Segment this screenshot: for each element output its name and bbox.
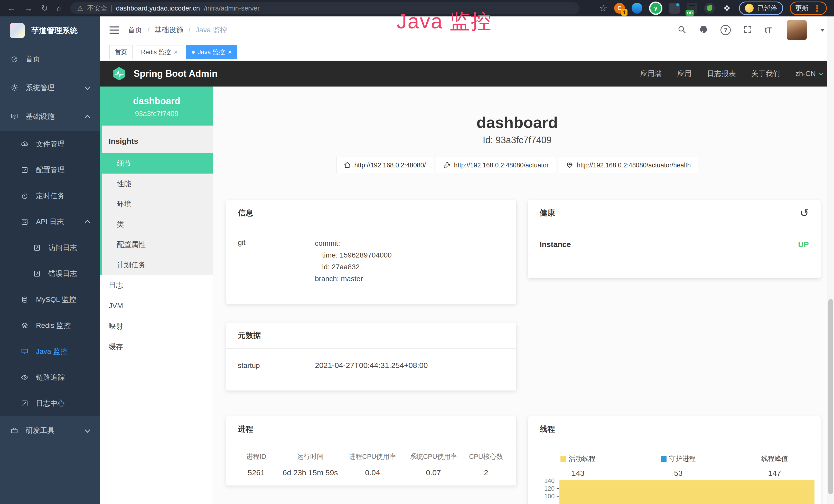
sba-menu-logs[interactable]: 日志 xyxy=(100,275,213,296)
sidebar-item-mysql[interactable]: MySQL 监控 xyxy=(0,287,100,313)
tab-redis-monitor[interactable]: Redis 监控 xyxy=(136,45,183,59)
legend-swatch-yellow-icon xyxy=(561,456,566,462)
legend-label: 守护进程 xyxy=(669,454,696,463)
sidebar-item-java-monitor[interactable]: Java 监控 xyxy=(0,338,100,364)
health-card: 健康 Instance UP xyxy=(528,200,821,278)
sba-menu-environment[interactable]: 环境 xyxy=(102,194,213,214)
insights-section-title: Insights xyxy=(102,125,213,153)
metadata-card-body: startup 2021-04-27T00:44:31.254+08:00 xyxy=(226,349,516,379)
info-card-header: 信息 xyxy=(226,200,516,226)
git-commit-line: commit: xyxy=(315,237,504,249)
extension-colorzilla-icon[interactable]: C1 xyxy=(614,3,625,14)
service-url-button[interactable]: http://192.168.0.2:48080/ xyxy=(336,157,433,173)
sba-brand-title[interactable]: Spring Boot Admin xyxy=(134,68,218,79)
sidebar-item-log-center[interactable]: 日志中心 xyxy=(0,390,100,416)
tab-java-monitor[interactable]: Java 监控 xyxy=(186,45,237,59)
extension-grid-icon[interactable] xyxy=(669,3,680,14)
sba-menu-config-props[interactable]: 配置属性 xyxy=(102,234,213,255)
sba-menu-jvm[interactable]: JVM xyxy=(100,296,213,316)
sidebar-item-api-log[interactable]: API 日志 xyxy=(0,209,100,235)
close-icon[interactable] xyxy=(174,48,178,56)
info-card: 信息 git commit: time: 1596289704000 id: 2… xyxy=(226,200,516,304)
extension-green-y-icon[interactable]: y xyxy=(649,2,662,15)
sba-menu-mappings[interactable]: 映射 xyxy=(100,316,213,337)
y-tick: 120 xyxy=(544,485,554,492)
column-header: 系统CPU使用率 xyxy=(404,452,462,461)
extensions-puzzle-icon[interactable] xyxy=(722,3,732,14)
sba-menu-details[interactable]: 细节 xyxy=(100,153,213,174)
sidebar-item-dev-tools[interactable]: 研发工具 xyxy=(0,416,100,445)
chevron-up-icon xyxy=(85,115,90,120)
sba-nav-journal[interactable]: 日志报表 xyxy=(707,69,736,78)
sidebar-item-config[interactable]: 配置管理 xyxy=(0,157,100,183)
sba-menu-metrics[interactable]: 性能 xyxy=(102,174,213,194)
page-subtitle: Id: 93a3fc7f7409 xyxy=(213,135,821,145)
spring-boot-admin-logo-icon[interactable] xyxy=(111,66,127,82)
update-chip[interactable]: 更新 xyxy=(790,2,827,15)
metadata-card-header: 元数据 xyxy=(226,322,516,349)
health-url-button[interactable]: http://192.168.0.2:48080/actuator/health xyxy=(559,157,698,173)
y-axis-labels: 140 120 100 xyxy=(539,477,559,504)
sidebar-item-system[interactable]: 系统管理 xyxy=(0,73,100,102)
close-icon[interactable] xyxy=(228,48,232,56)
sidebar-item-access-log[interactable]: 访问日志 xyxy=(0,235,100,260)
bookmark-star-icon[interactable] xyxy=(599,3,608,14)
address-bar[interactable]: 不安全 dashboard.yudao.iocoder.cn/infra/adm… xyxy=(70,2,579,14)
browser-menu-icon[interactable] xyxy=(813,3,821,13)
sidebar-item-home[interactable]: 首页 xyxy=(0,45,100,73)
sba-nav-about[interactable]: 关于我们 xyxy=(751,69,780,78)
sba-menu-classes[interactable]: 类 xyxy=(102,214,213,234)
extension-switch-icon[interactable]: on xyxy=(686,3,697,14)
sba-nav-wallboard[interactable]: 应用墙 xyxy=(640,69,662,78)
sidebar-item-redis[interactable]: Redis 监控 xyxy=(0,313,100,338)
breadcrumb-home[interactable]: 首页 xyxy=(128,25,142,35)
fullscreen-icon[interactable] xyxy=(743,25,752,35)
table-row: startup 2021-04-27T00:44:31.254+08:00 xyxy=(238,361,504,379)
heartbeat-icon xyxy=(566,161,573,169)
tab-home[interactable]: 首页 xyxy=(109,45,133,59)
help-icon[interactable] xyxy=(721,25,731,35)
search-icon[interactable] xyxy=(677,25,686,35)
not-secure-label: 不安全 xyxy=(87,4,107,13)
avatar[interactable] xyxy=(787,20,807,40)
card-title: 元数据 xyxy=(238,330,261,341)
avatar-caret-icon[interactable] xyxy=(820,29,825,31)
actuator-url-button[interactable]: http://192.168.0.2:48080/actuator xyxy=(436,157,556,173)
card-title: 健康 xyxy=(540,208,555,218)
sba-menu-scheduled-tasks[interactable]: 计划任务 xyxy=(102,255,213,275)
sidebar-item-error-log[interactable]: 错误日志 xyxy=(0,260,100,287)
back-icon[interactable]: ← xyxy=(7,4,16,12)
font-size-icon[interactable]: tT xyxy=(765,26,772,35)
hamburger-icon[interactable] xyxy=(109,26,119,33)
breadcrumb-infra[interactable]: 基础设施 xyxy=(155,25,183,35)
home-icon[interactable]: ⌂ xyxy=(57,4,62,12)
sidebar-logo-row[interactable]: 芋道管理系统 xyxy=(0,17,100,45)
extension-pin-icon[interactable] xyxy=(632,3,642,14)
legend-item-live: 活动线程 143 xyxy=(561,454,595,478)
briefcase-icon xyxy=(10,427,19,435)
page-scrollbar-track[interactable] xyxy=(827,17,834,504)
sidebar-item-job[interactable]: 定时任务 xyxy=(0,183,100,209)
doc-edit-icon xyxy=(33,270,41,278)
language-value: zh-CN xyxy=(795,70,816,78)
forward-icon[interactable]: → xyxy=(24,4,32,12)
reload-icon[interactable]: ↻ xyxy=(41,4,48,12)
sba-nav-applications[interactable]: 应用 xyxy=(677,69,692,78)
doc-edit-icon xyxy=(33,244,41,252)
header-actions: tT xyxy=(677,20,825,40)
wrench-icon xyxy=(443,161,451,169)
info-value: commit: time: 1596289704000 id: 27aa832 … xyxy=(315,237,504,285)
sba-language-select[interactable]: zh-CN xyxy=(795,70,823,78)
sidebar-item-infra[interactable]: 基础设施 xyxy=(0,102,100,131)
extension-leaf-icon[interactable] xyxy=(704,3,715,14)
chevron-down-icon xyxy=(85,84,90,90)
github-icon[interactable] xyxy=(699,25,708,35)
page-scrollbar-thumb[interactable] xyxy=(828,299,833,494)
profile-paused-chip[interactable]: 已暂停 xyxy=(739,2,783,15)
sidebar-item-trace[interactable]: 链路追踪 xyxy=(0,364,100,390)
sba-menu-caches[interactable]: 缓存 xyxy=(100,337,213,357)
history-icon[interactable] xyxy=(800,207,809,219)
sidebar-item-file[interactable]: 文件管理 xyxy=(0,131,100,157)
profile-emoji-icon xyxy=(745,4,753,13)
sidebar-item-label: API 日志 xyxy=(36,217,64,227)
